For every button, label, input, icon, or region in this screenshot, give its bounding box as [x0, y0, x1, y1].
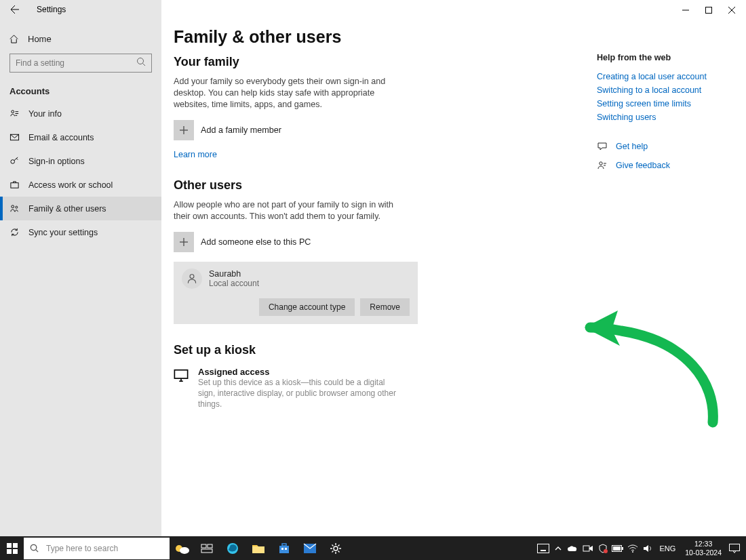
svg-rect-51	[730, 544, 740, 551]
help-link-switch-local[interactable]: Switching to a local account	[597, 85, 732, 95]
svg-rect-17	[174, 370, 187, 378]
remove-button[interactable]: Remove	[360, 298, 410, 316]
plus-icon	[174, 232, 194, 252]
minimize-button[interactable]	[674, 3, 697, 18]
svg-rect-9	[706, 7, 712, 14]
meet-now-icon[interactable]	[581, 536, 595, 560]
svg-rect-22	[13, 543, 18, 548]
svg-point-4	[11, 160, 15, 164]
nav-access-work-school[interactable]: Access work or school	[0, 173, 161, 197]
svg-rect-5	[11, 183, 18, 188]
system-tray: ENG 12:33 10-03-2024	[536, 536, 746, 560]
svg-rect-40	[538, 544, 549, 553]
main-content: Family & other users Your family Add you…	[161, 0, 746, 536]
assigned-access-desc: Set up this device as a kiosk—this could…	[198, 377, 401, 410]
learn-more-link[interactable]: Learn more	[174, 150, 594, 159]
start-button[interactable]	[0, 536, 24, 560]
nav-family-other-users[interactable]: Family & other users	[0, 197, 161, 220]
get-help-button[interactable]: Get help	[597, 141, 732, 152]
your-family-desc: Add your family so everybody gets their …	[174, 76, 411, 111]
plus-icon	[174, 120, 194, 140]
person-card-icon	[9, 108, 22, 119]
task-view-button[interactable]	[194, 536, 220, 560]
maximize-button[interactable]	[697, 3, 720, 18]
find-setting-input[interactable]	[9, 54, 152, 73]
svg-point-46	[604, 549, 608, 553]
weather-widget[interactable]	[170, 538, 194, 559]
other-user-card[interactable]: Saurabh Local account Change account typ…	[174, 262, 418, 324]
kiosk-heading: Set up a kiosk	[174, 343, 594, 357]
people-icon	[9, 203, 22, 214]
svg-rect-45	[583, 546, 589, 551]
home-icon	[9, 34, 21, 44]
briefcase-icon	[9, 180, 22, 190]
svg-point-25	[31, 544, 36, 550]
add-family-member-button[interactable]: Add a family member	[174, 120, 594, 140]
tray-chevron-icon[interactable]	[551, 536, 566, 560]
wifi-icon[interactable]	[625, 536, 640, 560]
svg-point-39	[334, 546, 338, 551]
settings-taskbar-icon[interactable]	[323, 536, 349, 560]
nav-your-info[interactable]: Your info	[0, 102, 161, 125]
back-arrow-icon	[9, 4, 20, 15]
store-icon[interactable]	[271, 536, 297, 560]
taskbar-search-placeholder: Type here to search	[46, 544, 118, 553]
edge-icon[interactable]	[220, 536, 246, 560]
page-title: Family & other users	[174, 27, 594, 47]
mail-icon	[9, 132, 22, 142]
svg-rect-34	[279, 546, 289, 553]
nav-email-accounts[interactable]: Email & accounts	[0, 125, 161, 149]
touch-keyboard-icon[interactable]	[536, 536, 551, 560]
taskbar: Type here to search ENG 12:33 10-03-2024	[0, 536, 746, 560]
svg-point-16	[190, 275, 194, 279]
security-icon[interactable]	[595, 536, 610, 560]
back-button[interactable]	[5, 0, 24, 19]
volume-icon[interactable]	[640, 536, 655, 560]
svg-point-28	[180, 547, 189, 554]
search-box[interactable]	[9, 54, 152, 73]
nav-sync-settings[interactable]: Sync your settings	[0, 220, 161, 244]
svg-rect-36	[281, 548, 283, 550]
help-link-screen-time[interactable]: Setting screen time limits	[597, 99, 732, 108]
user-account-type: Local account	[209, 279, 259, 288]
help-panel: Help from the web Creating a local user …	[597, 7, 732, 536]
svg-line-26	[36, 550, 38, 552]
svg-point-2	[12, 111, 14, 113]
clock[interactable]: 12:33 10-03-2024	[685, 540, 722, 556]
window-title: Settings	[37, 5, 66, 14]
user-name: Saurabh	[209, 269, 259, 279]
language-indicator[interactable]: ENG	[659, 544, 675, 553]
help-link-create-local[interactable]: Creating a local user account	[597, 72, 732, 81]
key-icon	[9, 156, 22, 166]
svg-point-50	[632, 551, 633, 553]
svg-point-0	[138, 58, 144, 64]
assigned-access-title: Assigned access	[198, 367, 401, 377]
assigned-access-row[interactable]: Assigned access Set up this device as a …	[174, 367, 594, 410]
battery-icon[interactable]	[610, 536, 625, 560]
add-someone-else-button[interactable]: Add someone else to this PC	[174, 232, 594, 252]
chat-icon	[597, 141, 609, 152]
give-feedback-button[interactable]: Give feedback	[597, 160, 732, 171]
taskbar-search[interactable]: Type here to search	[24, 538, 170, 559]
svg-rect-49	[613, 546, 621, 551]
svg-rect-31	[201, 549, 212, 553]
file-explorer-icon[interactable]	[246, 536, 271, 560]
search-icon	[29, 543, 39, 553]
onedrive-icon[interactable]	[566, 536, 581, 560]
mail-icon[interactable]	[297, 536, 323, 560]
feedback-icon	[597, 160, 609, 171]
windows-icon	[7, 543, 18, 554]
svg-rect-24	[13, 549, 18, 554]
help-link-switch-users[interactable]: Switching users	[597, 113, 732, 122]
svg-rect-33	[252, 546, 264, 553]
help-header: Help from the web	[597, 53, 732, 62]
nav-signin-options[interactable]: Sign-in options	[0, 149, 161, 173]
svg-rect-37	[285, 548, 287, 550]
sync-icon	[9, 227, 22, 237]
svg-point-6	[12, 205, 14, 208]
action-center-icon[interactable]	[727, 536, 742, 560]
change-account-type-button[interactable]: Change account type	[259, 298, 355, 316]
svg-point-7	[16, 206, 18, 208]
close-button[interactable]	[720, 3, 743, 18]
home-button[interactable]: Home	[0, 28, 161, 49]
